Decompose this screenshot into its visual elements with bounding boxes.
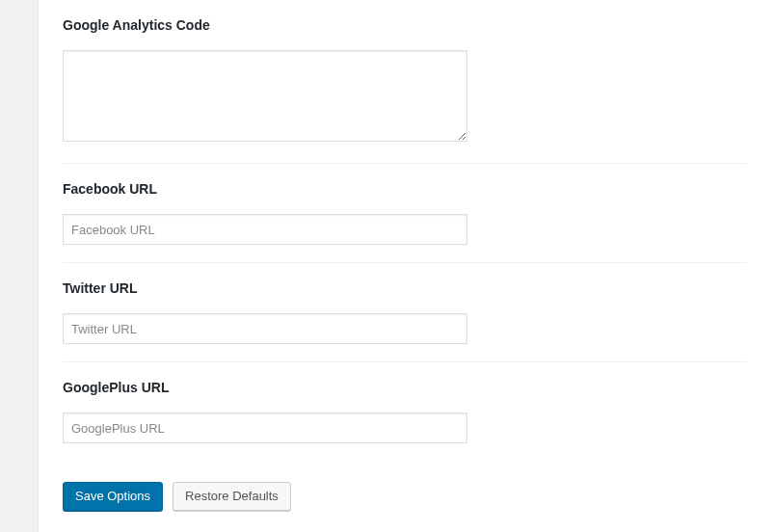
googleplus-url-input[interactable] (63, 412, 467, 443)
button-row: Save Options Restore Defaults (63, 482, 747, 511)
label-facebook-url: Facebook URL (63, 181, 747, 197)
twitter-url-input[interactable] (63, 313, 467, 344)
restore-defaults-button[interactable]: Restore Defaults (173, 482, 291, 511)
section-facebook-url: Facebook URL (63, 164, 747, 263)
left-sidebar (0, 0, 39, 532)
facebook-url-input[interactable] (63, 214, 467, 245)
label-twitter-url: Twitter URL (63, 280, 747, 296)
page-wrapper: Google Analytics Code Facebook URL Twitt… (0, 0, 771, 532)
section-googleplus-url: GooglePlus URL (63, 362, 747, 461)
content-area: Google Analytics Code Facebook URL Twitt… (39, 0, 771, 532)
google-analytics-textarea[interactable] (63, 50, 467, 142)
section-twitter-url: Twitter URL (63, 263, 747, 362)
section-google-analytics: Google Analytics Code (63, 0, 747, 164)
save-options-button[interactable]: Save Options (63, 482, 163, 511)
label-googleplus-url: GooglePlus URL (63, 380, 747, 395)
label-google-analytics: Google Analytics Code (63, 17, 747, 33)
